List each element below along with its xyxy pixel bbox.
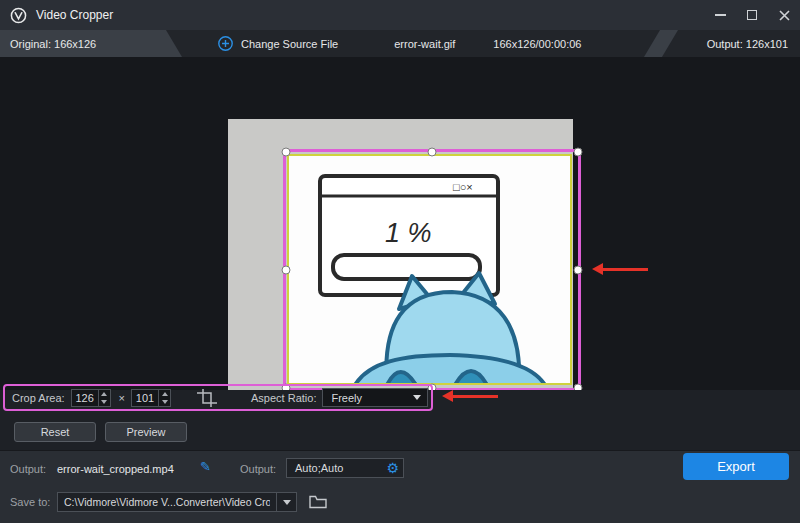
save-path-input[interactable] bbox=[58, 493, 276, 511]
info-bar: Original: 166x126 Change Source File err… bbox=[0, 30, 800, 57]
crop-handle-top-right[interactable] bbox=[574, 148, 583, 157]
reset-button[interactable]: Reset bbox=[14, 422, 96, 442]
arrow-shaft bbox=[603, 268, 648, 271]
video-cropper-window: Video Cropper Original: 166x126 Change S… bbox=[0, 0, 800, 523]
close-icon bbox=[779, 10, 790, 21]
chevron-down-icon bbox=[413, 395, 421, 400]
chevron-down-icon bbox=[283, 500, 291, 505]
output-format-value: Auto;Auto bbox=[295, 462, 343, 474]
original-size-label: Original: 166x126 bbox=[10, 30, 96, 57]
format-settings-gear-icon[interactable]: ⚙ bbox=[386, 461, 399, 475]
folder-icon bbox=[309, 495, 327, 509]
crop-width-increment[interactable] bbox=[99, 390, 110, 398]
crop-width-input[interactable] bbox=[72, 390, 98, 406]
window-title: Video Cropper bbox=[36, 8, 113, 22]
crop-width-decrement[interactable] bbox=[99, 398, 110, 406]
crop-height-steppers bbox=[158, 390, 170, 406]
window-controls bbox=[704, 0, 800, 30]
aspect-ratio-dropdown[interactable]: Freely bbox=[322, 388, 428, 407]
crop-height-field bbox=[131, 389, 171, 407]
arrow-shaft bbox=[453, 395, 498, 398]
crop-width-steppers bbox=[98, 390, 110, 406]
output-format-dropdown[interactable]: Auto;Auto ⚙ bbox=[286, 458, 404, 478]
save-path-combo bbox=[57, 492, 297, 512]
crop-height-increment[interactable] bbox=[159, 390, 170, 398]
output-size-label: Output: 126x101 bbox=[707, 38, 788, 50]
close-button[interactable] bbox=[768, 0, 800, 30]
save-to-label: Save to: bbox=[10, 496, 50, 508]
preview-button[interactable]: Preview bbox=[105, 422, 187, 442]
crop-center-icon[interactable] bbox=[195, 388, 221, 408]
app-logo-icon bbox=[10, 7, 27, 24]
crop-handle-top-center[interactable] bbox=[428, 148, 437, 157]
arrow-head-icon bbox=[592, 263, 603, 275]
crop-area-label: Crop Area: bbox=[12, 392, 65, 404]
preview-area: □○× 1 % bbox=[0, 57, 800, 390]
change-source-file-button[interactable]: Change Source File bbox=[241, 38, 338, 50]
crop-height-decrement[interactable] bbox=[159, 398, 170, 406]
up-arrow-icon bbox=[101, 392, 107, 396]
minimize-button[interactable] bbox=[704, 0, 736, 30]
crop-height-input[interactable] bbox=[132, 390, 158, 406]
crop-settings-row-highlight: Crop Area: × Aspect Ratio: Freely bbox=[3, 384, 433, 411]
output-filename: error-wait_cropped.mp4 bbox=[57, 463, 174, 475]
save-path-dropdown-button[interactable] bbox=[276, 493, 296, 511]
crop-handle-top-left[interactable] bbox=[282, 148, 291, 157]
source-file-tab: Change Source File error-wait.gif 166x12… bbox=[166, 30, 660, 57]
export-button[interactable]: Export bbox=[683, 453, 789, 480]
arrow-head-icon bbox=[442, 390, 453, 402]
maximize-button[interactable] bbox=[736, 0, 768, 30]
source-dimensions-duration: 166x126/00:00:06 bbox=[493, 38, 581, 50]
down-arrow-icon bbox=[162, 400, 168, 404]
edit-filename-icon[interactable]: ✎ bbox=[200, 459, 211, 474]
minimize-icon bbox=[715, 14, 726, 16]
crop-handle-mid-right[interactable] bbox=[574, 266, 583, 275]
crop-width-field bbox=[71, 389, 111, 407]
aspect-ratio-label: Aspect Ratio: bbox=[251, 392, 316, 404]
output-size-tab: Output: 126x101 bbox=[662, 30, 800, 57]
browse-folder-button[interactable] bbox=[306, 492, 330, 512]
annotation-arrow-crop-settings bbox=[442, 390, 498, 402]
source-filename: error-wait.gif bbox=[394, 38, 455, 50]
annotation-arrow-crop-area bbox=[592, 263, 648, 275]
crop-handle-mid-left[interactable] bbox=[282, 266, 291, 275]
maximize-icon bbox=[747, 10, 757, 20]
crop-selection-rect[interactable] bbox=[283, 149, 581, 391]
aspect-ratio-value: Freely bbox=[331, 392, 362, 404]
titlebar: Video Cropper bbox=[0, 0, 800, 30]
up-arrow-icon bbox=[162, 392, 168, 396]
output-name-label: Output: bbox=[10, 463, 46, 475]
add-source-icon[interactable] bbox=[218, 36, 233, 51]
dimension-separator: × bbox=[119, 392, 125, 404]
down-arrow-icon bbox=[101, 400, 107, 404]
output-format-label: Output: bbox=[240, 463, 276, 475]
